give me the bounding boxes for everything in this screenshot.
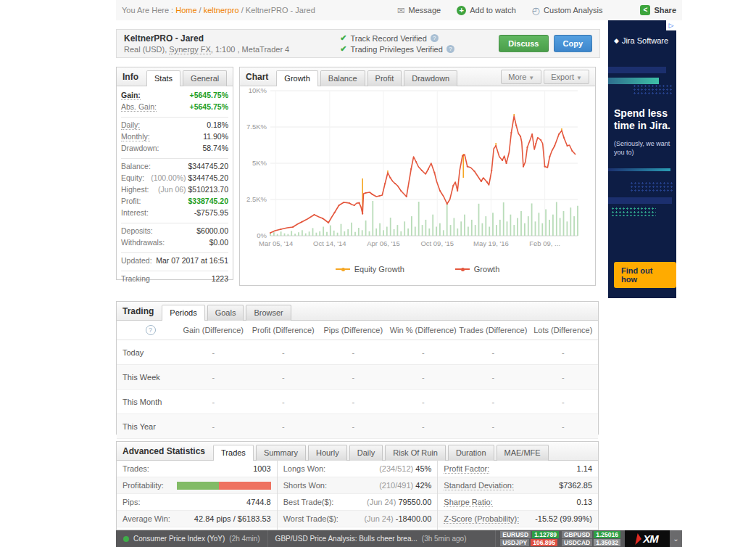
ticker-news-item[interactable]: Consumer Price Index (YoY) (2h 4min) (116, 530, 268, 547)
xm-logo[interactable]: XM (625, 530, 670, 547)
profitability-bar (177, 482, 271, 490)
ticker-collapse-button[interactable]: ⌄ (670, 530, 682, 547)
stat-value-pre: (Jun 24) (367, 498, 398, 506)
message-label: Message (409, 6, 441, 15)
info-value-text: +5645.75% (190, 102, 228, 111)
ad-decoration (630, 181, 673, 193)
stat-row: Profit Factor:1.14 (438, 461, 598, 477)
adchoices-icon[interactable]: ▷ (666, 20, 676, 30)
advanced-tab-mae-mfe[interactable]: MAE/MFE (497, 445, 549, 461)
advanced-tab-duration[interactable]: Duration (448, 445, 494, 461)
info-label: Gain: (121, 91, 141, 100)
trading-tab-goals[interactable]: Goals (207, 305, 244, 321)
news-time: (3h 5min ago) (422, 535, 467, 543)
stat-value-text: 1003 (253, 464, 270, 473)
export-button[interactable]: Export▼ (544, 70, 589, 84)
info-row: Highest:(Jun 06) $510213.70 (121, 185, 228, 197)
stat-label: Average Win: (122, 514, 170, 523)
ad-decoration (608, 67, 666, 73)
info-icon[interactable]: ? (446, 45, 454, 53)
info-value-pre: (100.00%) (151, 173, 188, 182)
breadcrumb-account-link[interactable]: keltnerpro (204, 6, 239, 15)
info-value: 1223 (212, 274, 228, 283)
info-group: Daily:0.18%Monthly:11.90%Drawdown:58.74% (121, 118, 228, 159)
info-value-text: 1223 (212, 274, 228, 283)
advanced-tabs: TradesSummaryHourlyDailyRisk Of RuinDura… (213, 444, 549, 460)
advanced-tab-summary[interactable]: Summary (256, 445, 306, 461)
quote-usdcad[interactable]: USDCAD1.35032 (562, 539, 620, 546)
envelope-icon: ✉ (397, 5, 405, 16)
chart-tabs: GrowthBalanceProfitDrawdown (276, 70, 457, 86)
info-row: Drawdown:58.74% (121, 144, 228, 155)
ticker-news-item[interactable]: GBP/USD Price Analysis: Bulls cheer brea… (268, 530, 497, 547)
share-button[interactable]: < Share (640, 5, 676, 15)
info-row: Gain:+5645.75% (121, 91, 228, 102)
legend-equity-growth[interactable]: Equity Growth (336, 265, 404, 274)
stat-value: (Jun 24) 79550.00 (367, 498, 431, 506)
stats-column: Longs Won:(234/512) 45%Shorts Won:(210/4… (278, 461, 439, 530)
table-cell: - (178, 373, 249, 382)
growth-chart[interactable]: 10K%7.5K%5K%2.5K%0%Mar 05, '14Oct 14, '1… (240, 86, 595, 260)
advanced-tab-risk-of-ruin[interactable]: Risk Of Ruin (385, 445, 446, 461)
chart-tab-balance[interactable]: Balance (320, 70, 365, 86)
table-row: This Week------ (117, 365, 598, 390)
broker-link[interactable]: Synergy FX (169, 45, 210, 54)
account-subtitle: Real (USD), Synergy FX, 1:100 , MetaTrad… (124, 45, 289, 54)
table-cell: - (528, 422, 599, 431)
info-tab-stats[interactable]: Stats (146, 70, 180, 86)
currency-quotes: EURUSD1.12789USDJPY106.895GBPUSD1.25016U… (496, 530, 625, 547)
info-label: Drawdown: (121, 144, 159, 152)
info-rows: Gain:+5645.75%Abs. Gain:+5645.75%Daily:0… (117, 86, 233, 290)
chart-tab-drawdown[interactable]: Drawdown (404, 70, 457, 86)
stat-value: -15.52 (99.99%) (535, 514, 592, 523)
help-cell: ? (117, 325, 178, 335)
chart-tab-growth[interactable]: Growth (276, 70, 317, 86)
legend-growth[interactable]: Growth (455, 265, 499, 274)
advanced-tab-hourly[interactable]: Hourly (308, 445, 347, 461)
table-cell: - (249, 373, 319, 382)
advanced-tab-daily[interactable]: Daily (349, 445, 383, 461)
period-label: Today (117, 348, 178, 357)
info-label: Interest: (121, 208, 149, 217)
copy-button[interactable]: Copy (554, 35, 593, 52)
info-icon[interactable]: ? (431, 34, 439, 42)
trading-table-header: ?Gain (Difference)Profit (Difference)Pip… (117, 321, 598, 340)
quote-gbpusd[interactable]: GBPUSD1.25016 (562, 531, 620, 538)
help-icon[interactable]: ? (146, 325, 156, 335)
breadcrumb-home-link[interactable]: Home (175, 6, 196, 15)
info-tab-general[interactable]: General (183, 70, 227, 86)
news-text: GBP/USD Price Analysis: Bulls cheer brea… (275, 535, 418, 543)
svg-text:0%: 0% (257, 231, 267, 239)
quote-symbol: USDCAD (562, 539, 592, 546)
stat-row: Longs Won:(234/512) 45% (278, 461, 438, 477)
more-button[interactable]: More▼ (501, 70, 541, 84)
info-label: Abs. Gain: (121, 102, 157, 112)
message-button[interactable]: ✉ Message (397, 5, 441, 16)
info-label: Daily: (121, 120, 140, 130)
table-cell: - (318, 348, 389, 357)
custom-analysis-button[interactable]: ◴ Custom Analysis (532, 5, 603, 16)
discuss-button[interactable]: Discuss (499, 35, 548, 52)
ad-cta-button[interactable]: Find out how (614, 262, 676, 288)
trading-privileges-label: Trading Privileges Verified (350, 45, 442, 54)
column-header: Gain (Difference) (178, 326, 249, 334)
profitability-loss-bar (219, 482, 271, 490)
advanced-tab-trades[interactable]: Trades (213, 445, 254, 461)
track-record-verified: ✔ Track Record Verified ? (340, 33, 454, 43)
chart-tab-profit[interactable]: Profit (367, 70, 402, 86)
svg-text:Apr 06, '15: Apr 06, '15 (367, 239, 400, 247)
quote-eurusd[interactable]: EURUSD1.12789 (500, 531, 559, 538)
quote-usdjpy[interactable]: USDJPY106.895 (500, 539, 559, 546)
info-value: (100.00%) $344745.20 (151, 173, 228, 182)
table-cell: - (178, 422, 249, 431)
stat-value: 1003 (253, 464, 270, 473)
ad-subtext: (Seriously, we want you to) (614, 139, 670, 157)
info-value-text: $6000.00 (196, 226, 228, 235)
svg-text:2.5K%: 2.5K% (246, 195, 267, 203)
jira-ad[interactable]: ▷ ◆ Jira Software Spend less time in Jir… (608, 20, 676, 298)
add-to-watch-button[interactable]: + Add to watch (457, 6, 516, 15)
info-value-pre: (Jun 06) (158, 185, 188, 194)
news-ticker: Consumer Price Index (YoY) (2h 4min) GBP… (116, 530, 682, 547)
trading-tab-browser[interactable]: Browser (246, 305, 291, 321)
trading-tab-periods[interactable]: Periods (162, 305, 204, 321)
